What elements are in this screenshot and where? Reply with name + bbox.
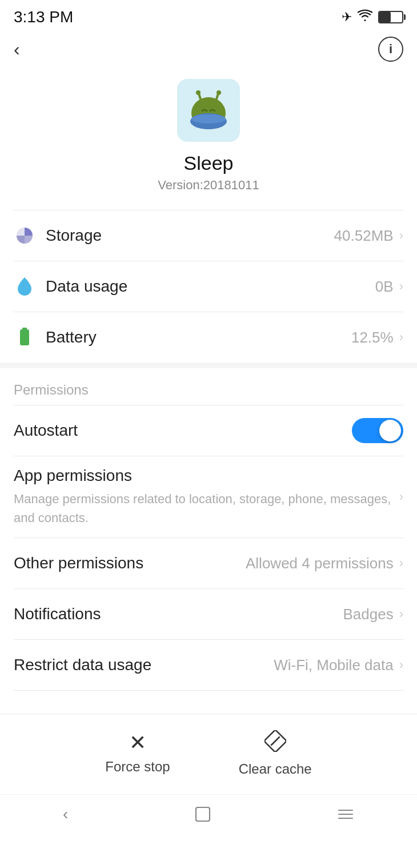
svg-line-3 [216,94,218,101]
nav-home-button[interactable] [194,806,211,823]
battery-value: 12.5% [351,329,394,347]
battery-list-icon [14,327,35,348]
storage-row[interactable]: Storage 40.52MB › [0,210,417,261]
svg-rect-8 [20,329,29,345]
svg-line-11 [271,737,279,745]
svg-rect-9 [22,328,27,330]
status-bar: 3:13 PM ✈ [0,0,417,31]
clear-cache-icon [264,730,286,755]
data-usage-value: 0B [375,278,394,296]
data-usage-icon [14,276,35,297]
status-time: 3:13 PM [14,8,73,26]
autostart-toggle[interactable] [352,418,403,443]
battery-chevron: › [399,330,403,345]
restrict-data-value: Wi-Fi, Mobile data [274,656,394,674]
force-stop-button[interactable]: ✕ Force stop [105,732,170,775]
airplane-icon: ✈ [342,10,352,25]
wifi-icon [358,9,372,25]
storage-label: Storage [46,226,334,245]
force-stop-label: Force stop [105,759,170,775]
restrict-data-row[interactable]: Restrict data usage Wi-Fi, Mobile data › [0,640,417,690]
other-permissions-row[interactable]: Other permissions Allowed 4 permissions … [0,538,417,588]
other-permissions-value: Allowed 4 permissions [246,555,394,572]
svg-rect-12 [196,807,210,821]
data-usage-label: Data usage [46,277,375,296]
app-permissions-row[interactable]: App permissions Manage permissions relat… [0,456,417,537]
storage-chevron: › [399,228,403,243]
app-permissions-title: App permissions [14,467,394,485]
info-button[interactable]: i [378,37,403,62]
app-header: Sleep Version:20181011 [0,73,417,210]
nav-bar: ‹ [0,794,417,841]
restrict-data-label: Restrict data usage [14,656,274,674]
battery-label: Battery [46,328,351,347]
other-permissions-chevron: › [399,556,403,571]
section-divider-1 [0,363,417,368]
notifications-row[interactable]: Notifications Badges › [0,589,417,639]
clear-cache-label: Clear cache [239,761,312,777]
toggle-knob [379,420,401,441]
svg-point-4 [216,90,221,95]
data-usage-chevron: › [399,279,403,294]
storage-icon [14,225,35,246]
autostart-label: Autostart [14,421,352,440]
nav-back-button[interactable]: ‹ [63,805,68,823]
svg-line-1 [199,94,201,101]
storage-value: 40.52MB [334,227,394,245]
back-button[interactable]: ‹ [14,40,20,58]
notifications-value: Badges [343,606,393,623]
clear-cache-button[interactable]: Clear cache [239,730,312,777]
nav-menu-button[interactable] [337,808,354,821]
permissions-section-label: Permissions [0,368,417,405]
autostart-row[interactable]: Autostart [0,405,417,456]
battery-icon [378,11,403,23]
svg-point-6 [191,114,226,124]
status-icons: ✈ [342,9,403,25]
app-permissions-text: App permissions Manage permissions relat… [14,467,394,527]
app-permissions-chevron: › [399,489,403,504]
app-version: Version:20181011 [158,178,259,193]
app-permissions-subtitle: Manage permissions related to location, … [14,489,394,527]
restrict-data-chevron: › [399,658,403,672]
battery-row[interactable]: Battery 12.5% › [0,312,417,363]
svg-point-2 [196,90,201,95]
app-icon [177,79,240,142]
data-usage-row[interactable]: Data usage 0B › [0,261,417,312]
notifications-chevron: › [399,607,403,622]
force-stop-icon: ✕ [129,732,146,753]
other-permissions-label: Other permissions [14,554,246,572]
app-name: Sleep [184,152,234,174]
bottom-action-bar: ✕ Force stop Clear cache [0,714,417,794]
top-nav: ‹ i [0,31,417,73]
notifications-label: Notifications [14,605,343,623]
info-icon: i [389,42,392,57]
